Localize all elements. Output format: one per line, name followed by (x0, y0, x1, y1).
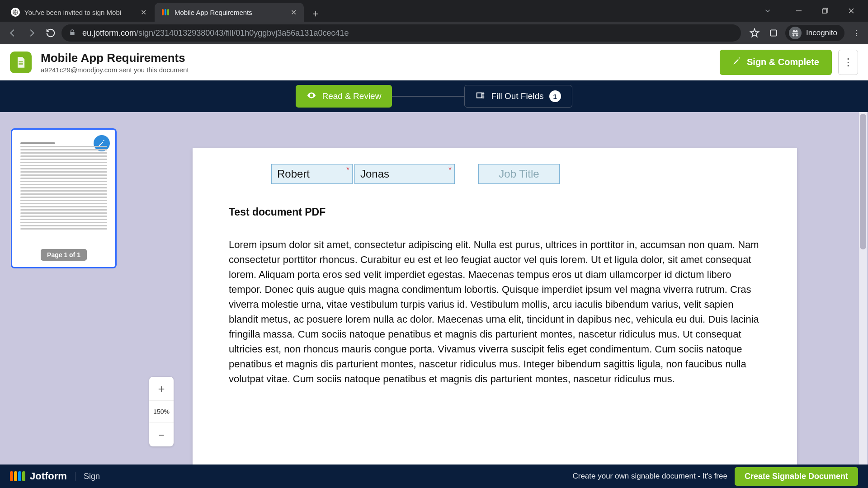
svg-rect-5 (822, 9, 826, 13)
window-maximize-button[interactable] (812, 2, 838, 20)
zoom-level: 150% (149, 400, 174, 423)
first-name-field[interactable]: Robert * (271, 164, 353, 184)
document-heading: Test document PDF (229, 206, 761, 218)
last-name-field[interactable]: Jonas * (354, 164, 455, 184)
footer-sign-label: Sign (75, 472, 100, 481)
thumbnail-preview (20, 142, 107, 240)
lock-icon (69, 29, 77, 37)
new-tab-button[interactable]: ＋ (307, 5, 324, 22)
page-thumbnail[interactable]: Page 1 of 1 (11, 128, 117, 268)
step-connector (392, 96, 464, 97)
page-title: Mobile App Requirements (41, 51, 720, 65)
incognito-indicator[interactable]: Incognito (785, 25, 844, 41)
step-fill-fields[interactable]: Fill Out Fields 1 (464, 85, 572, 108)
required-asterisk: * (346, 165, 349, 175)
workspace: Page 1 of 1 ＋ 150% － Test document PDF L… (0, 112, 868, 465)
required-asterisk: * (448, 165, 452, 175)
zoom-out-button[interactable]: － (149, 423, 174, 446)
vertical-scrollbar-track[interactable] (859, 112, 867, 465)
document-page[interactable]: Test document PDF Lorem ipsum dolor sit … (193, 148, 797, 465)
reload-button[interactable] (42, 25, 59, 41)
svg-rect-8 (770, 30, 776, 36)
zoom-control: ＋ 150% － (149, 377, 174, 446)
sign-complete-label: Sign & Complete (747, 57, 819, 67)
svg-rect-2 (165, 9, 166, 15)
svg-rect-1 (162, 9, 164, 15)
close-icon[interactable]: ✕ (289, 8, 297, 16)
jotform-logo[interactable]: Jotform (10, 470, 67, 482)
page-subtitle: a9241c29@moodjoy.com sent you this docum… (41, 66, 720, 74)
svg-rect-3 (167, 9, 169, 15)
header-menu-button[interactable]: ⋮ (838, 50, 858, 75)
jotform-favicon-icon (161, 8, 170, 17)
window-minimize-button[interactable] (786, 2, 812, 20)
create-signable-button[interactable]: Create Signable Document (735, 467, 858, 486)
step-read-review[interactable]: Read & Review (296, 85, 392, 108)
incognito-label: Incognito (806, 28, 837, 38)
step-read-label: Read & Review (322, 91, 381, 101)
address-bar[interactable]: eu.jotform.com/sign/231401329380043/fill… (61, 24, 741, 42)
extensions-icon[interactable] (766, 26, 781, 40)
form-icon (476, 90, 486, 103)
window-close-button[interactable] (838, 2, 864, 20)
browser-tab-active[interactable]: Mobile App Requirements ✕ (155, 3, 304, 22)
back-button[interactable] (5, 25, 21, 41)
app-header: Mobile App Requirements a9241c29@moodjoy… (0, 44, 868, 80)
jotform-brand-text: Jotform (30, 470, 67, 482)
jotform-mark-icon (10, 471, 25, 481)
browser-tab[interactable]: You've been invited to sign Mobi ✕ (5, 3, 154, 22)
step-fill-label: Fill Out Fields (491, 91, 543, 101)
close-icon[interactable]: ✕ (139, 8, 147, 16)
thumbnail-caption: Page 1 of 1 (41, 249, 87, 261)
fill-count-badge: 1 (549, 90, 561, 102)
job-title-placeholder: Job Title (499, 168, 539, 180)
job-title-field[interactable]: Job Title (478, 164, 560, 184)
footer-text: Create your own signable document - It's… (572, 472, 727, 481)
document-logo-icon (10, 52, 32, 73)
steps-bar: Read & Review Fill Out Fields 1 (0, 80, 868, 112)
url-host: eu.jotform.com (82, 28, 136, 38)
eye-icon (307, 90, 316, 103)
tab-title: Mobile App Requirements (175, 9, 286, 16)
pen-icon (732, 56, 741, 68)
tabs-dropdown-icon[interactable] (759, 2, 777, 20)
sign-complete-button[interactable]: Sign & Complete (720, 50, 832, 75)
forward-button (24, 25, 40, 41)
url-path: /sign/231401329380043/fill/01h0yggbvj3a5… (136, 28, 349, 38)
zoom-in-button[interactable]: ＋ (149, 377, 174, 400)
globe-icon (11, 8, 20, 17)
first-name-value: Robert (277, 168, 310, 180)
tab-title: You've been invited to sign Mobi (24, 9, 136, 16)
browser-menu-button[interactable]: ⋮ (849, 26, 863, 40)
document-body: Lorem ipsum dolor sit amet, consectetur … (229, 237, 761, 386)
last-name-value: Jonas (360, 168, 389, 180)
vertical-scrollbar-thumb[interactable] (860, 114, 866, 249)
create-signable-label: Create Signable Document (745, 472, 848, 481)
svg-rect-9 (477, 93, 482, 98)
bookmark-icon[interactable] (747, 26, 762, 40)
footer-bar: Jotform Sign Create your own signable do… (0, 465, 868, 488)
incognito-icon (789, 27, 802, 39)
